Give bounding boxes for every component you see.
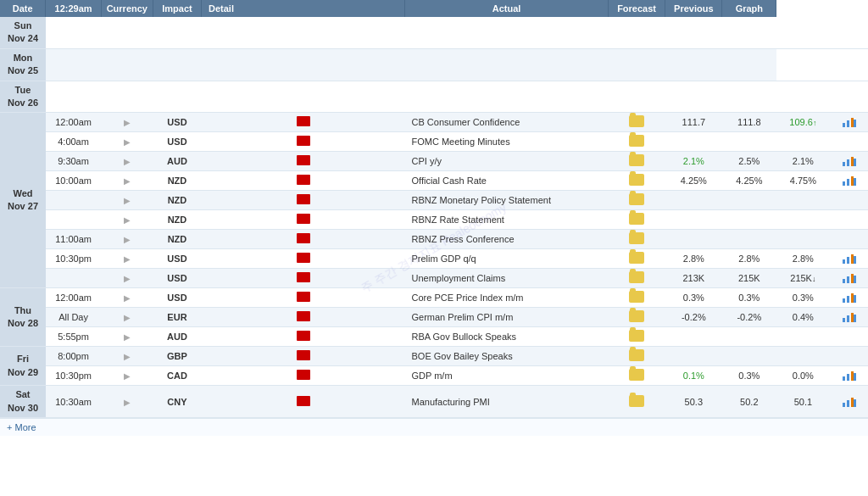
- svg-rect-22: [851, 293, 854, 303]
- folder-icon-cell[interactable]: [609, 191, 665, 210]
- folder-icon[interactable]: [629, 115, 644, 127]
- folder-icon-cell[interactable]: [609, 288, 665, 308]
- detail-cell[interactable]: CB Consumer Confidence: [405, 113, 609, 132]
- graph-cell[interactable]: [830, 269, 868, 288]
- speaker-icon[interactable]: ▶: [101, 386, 153, 418]
- folder-icon[interactable]: [629, 330, 644, 342]
- svg-rect-27: [854, 315, 856, 322]
- folder-icon[interactable]: [629, 232, 644, 244]
- detail-cell[interactable]: CPI y/y: [405, 152, 609, 171]
- speaker-icon[interactable]: ▶: [101, 171, 153, 191]
- speaker-icon[interactable]: ▶: [101, 152, 153, 171]
- detail-cell[interactable]: Core PCE Price Index m/m: [405, 288, 609, 308]
- forecast-value: 0.3%: [722, 366, 776, 386]
- previous-value: 109.6↑: [776, 113, 830, 132]
- folder-icon[interactable]: [629, 395, 644, 407]
- speaker-icon[interactable]: ▶: [101, 327, 153, 347]
- detail-cell[interactable]: German Prelim CPI m/m: [405, 308, 609, 327]
- folder-icon-cell[interactable]: [609, 210, 665, 230]
- folder-icon[interactable]: [629, 310, 644, 322]
- speaker-icon[interactable]: ▶: [101, 210, 153, 230]
- graph-cell[interactable]: [830, 152, 868, 171]
- bar-chart-icon[interactable]: [842, 272, 857, 284]
- bar-chart-icon[interactable]: [842, 175, 857, 187]
- speaker-icon[interactable]: ▶: [101, 132, 153, 152]
- detail-cell[interactable]: BOE Gov Bailey Speaks: [405, 347, 609, 366]
- folder-icon[interactable]: [629, 349, 644, 361]
- folder-icon[interactable]: [629, 213, 644, 225]
- bar-chart-icon[interactable]: [842, 116, 857, 128]
- folder-icon[interactable]: [629, 154, 644, 166]
- folder-icon[interactable]: [629, 135, 644, 147]
- speaker-icon[interactable]: ▶: [101, 288, 153, 308]
- bar-chart-icon[interactable]: [842, 396, 857, 408]
- folder-icon-cell[interactable]: [609, 152, 665, 171]
- svg-rect-5: [847, 159, 849, 166]
- graph-cell[interactable]: [830, 288, 868, 308]
- speaker-icon[interactable]: ▶: [101, 366, 153, 386]
- graph-cell[interactable]: [830, 230, 868, 249]
- detail-cell[interactable]: RBNZ Press Conference: [405, 230, 609, 249]
- graph-cell[interactable]: [830, 113, 868, 132]
- graph-cell[interactable]: [830, 308, 868, 327]
- detail-cell[interactable]: GDP m/m: [405, 366, 609, 386]
- folder-icon[interactable]: [629, 252, 644, 264]
- bar-chart-icon[interactable]: [842, 155, 857, 167]
- detail-cell[interactable]: RBNZ Rate Statement: [405, 210, 609, 230]
- speaker-icon[interactable]: ▶: [101, 347, 153, 366]
- detail-cell[interactable]: RBA Gov Bullock Speaks: [405, 327, 609, 347]
- table-row: 9:30am▶AUDCPI y/y2.1%2.5%2.1%: [0, 152, 868, 171]
- graph-cell[interactable]: [830, 132, 868, 152]
- folder-icon[interactable]: [629, 174, 644, 186]
- detail-cell[interactable]: Manufacturing PMI: [405, 386, 609, 418]
- folder-icon[interactable]: [629, 193, 644, 205]
- graph-cell[interactable]: [830, 210, 868, 230]
- folder-icon-cell[interactable]: [609, 347, 665, 366]
- graph-cell[interactable]: [830, 366, 868, 386]
- folder-icon-cell[interactable]: [609, 171, 665, 191]
- detail-cell[interactable]: Prelim GDP q/q: [405, 249, 609, 269]
- folder-icon-cell[interactable]: [609, 327, 665, 347]
- graph-cell[interactable]: [830, 347, 868, 366]
- speaker-icon[interactable]: ▶: [101, 249, 153, 269]
- col-forecast: Forecast: [609, 0, 665, 17]
- bar-chart-icon[interactable]: [842, 311, 857, 323]
- svg-rect-29: [847, 374, 849, 381]
- graph-cell[interactable]: [830, 191, 868, 210]
- speaker-icon[interactable]: ▶: [101, 230, 153, 249]
- detail-cell[interactable]: RBNZ Monetary Policy Statement: [405, 191, 609, 210]
- folder-icon-cell[interactable]: [609, 269, 665, 288]
- folder-icon-cell[interactable]: [609, 308, 665, 327]
- forecast-value: [722, 191, 776, 210]
- graph-cell[interactable]: [830, 249, 868, 269]
- folder-icon[interactable]: [629, 271, 644, 283]
- folder-icon-cell[interactable]: [609, 113, 665, 132]
- bar-chart-icon[interactable]: [842, 370, 857, 382]
- speaker-icon[interactable]: ▶: [101, 113, 153, 132]
- folder-icon-cell[interactable]: [609, 132, 665, 152]
- detail-cell[interactable]: Official Cash Rate: [405, 171, 609, 191]
- more-link[interactable]: + More: [0, 418, 868, 436]
- bar-chart-icon[interactable]: [842, 292, 857, 304]
- speaker-icon[interactable]: ▶: [101, 308, 153, 327]
- graph-cell[interactable]: [830, 327, 868, 347]
- folder-icon[interactable]: [629, 369, 644, 381]
- time-cell: 5:55pm: [46, 327, 101, 347]
- folder-icon[interactable]: [629, 291, 644, 303]
- speaker-icon[interactable]: ▶: [101, 269, 153, 288]
- bar-chart-icon[interactable]: [842, 253, 857, 265]
- detail-cell[interactable]: FOMC Meeting Minutes: [405, 132, 609, 152]
- graph-cell[interactable]: [830, 386, 868, 418]
- folder-icon-cell[interactable]: [609, 386, 665, 418]
- col-time[interactable]: 12:29am: [46, 0, 101, 17]
- folder-icon-cell[interactable]: [609, 366, 665, 386]
- table-row: All Day▶EURGerman Prelim CPI m/m-0.2%-0.…: [0, 308, 868, 327]
- detail-cell[interactable]: Unemployment Claims: [405, 269, 609, 288]
- speaker-icon[interactable]: ▶: [101, 191, 153, 210]
- time-cell: 10:30pm: [46, 366, 101, 386]
- folder-icon-cell[interactable]: [609, 249, 665, 269]
- folder-icon-cell[interactable]: [609, 230, 665, 249]
- date-cell: MonNov 25: [0, 48, 46, 81]
- svg-rect-19: [854, 276, 856, 283]
- graph-cell[interactable]: [830, 171, 868, 191]
